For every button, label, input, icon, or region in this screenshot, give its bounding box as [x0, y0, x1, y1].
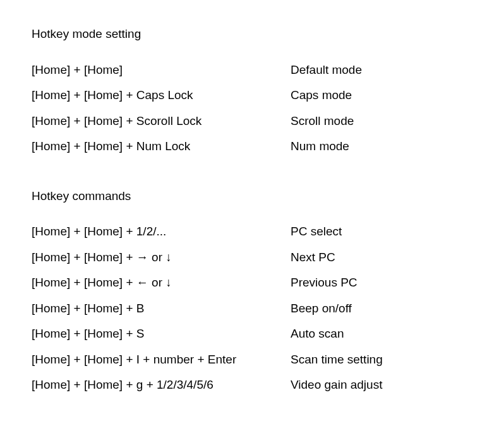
- hotkey-combo: [Home] + [Home] + Num Lock: [32, 138, 291, 156]
- table-row: [Home] + [Home] Default mode: [32, 61, 467, 80]
- hotkey-combo: [Home] + [Home] + Caps Lock: [32, 86, 291, 105]
- table-row: [Home] + [Home] + → or ↓ Next PC: [32, 249, 467, 267]
- section-title: Hotkey mode setting: [32, 25, 467, 44]
- hotkey-desc: Video gain adjust: [291, 376, 467, 394]
- table-row: [Home] + [Home] + S Auto scan: [32, 325, 467, 343]
- hotkey-desc: Default mode: [291, 61, 467, 80]
- table-row: [Home] + [Home] + B Beep on/off: [32, 300, 467, 318]
- hotkey-combo: [Home] + [Home] + I + number + Enter: [32, 351, 291, 369]
- hotkey-combo: [Home] + [Home] + g + 1/2/3/4/5/6: [32, 376, 291, 394]
- hotkey-desc: Scroll mode: [291, 112, 467, 131]
- hotkey-desc: Num mode: [291, 138, 467, 156]
- hotkey-combo: [Home] + [Home] + 1/2/...: [32, 223, 291, 241]
- hotkey-desc: Auto scan: [291, 325, 467, 343]
- hotkey-combo: [Home] + [Home] + B: [32, 300, 291, 318]
- hotkey-desc: Next PC: [291, 249, 467, 267]
- hotkey-commands-section: Hotkey commands [Home] + [Home] + 1/2/..…: [32, 187, 467, 394]
- hotkey-mode-section: Hotkey mode setting [Home] + [Home] Defa…: [32, 25, 467, 156]
- hotkey-combo: [Home] + [Home]: [32, 61, 291, 80]
- table-row: [Home] + [Home] + Num Lock Num mode: [32, 138, 467, 156]
- table-row: [Home] + [Home] + 1/2/... PC select: [32, 223, 467, 241]
- table-row: [Home] + [Home] + g + 1/2/3/4/5/6 Video …: [32, 376, 467, 394]
- hotkey-desc: Beep on/off: [291, 300, 467, 318]
- hotkey-combo: [Home] + [Home] + S: [32, 325, 291, 343]
- hotkey-combo: [Home] + [Home] + → or ↓: [32, 249, 291, 267]
- table-row: [Home] + [Home] + Caps Lock Caps mode: [32, 86, 467, 105]
- hotkey-desc: Scan time setting: [291, 351, 467, 369]
- table-row: [Home] + [Home] + Scoroll Lock Scroll mo…: [32, 112, 467, 131]
- hotkey-desc: Caps mode: [291, 86, 467, 105]
- hotkey-combo: [Home] + [Home] + ← or ↓: [32, 274, 291, 292]
- table-row: [Home] + [Home] + I + number + Enter Sca…: [32, 351, 467, 369]
- hotkey-combo: [Home] + [Home] + Scoroll Lock: [32, 112, 291, 131]
- section-title: Hotkey commands: [32, 187, 467, 206]
- hotkey-desc: PC select: [291, 223, 467, 241]
- hotkey-desc: Previous PC: [291, 274, 467, 292]
- table-row: [Home] + [Home] + ← or ↓ Previous PC: [32, 274, 467, 292]
